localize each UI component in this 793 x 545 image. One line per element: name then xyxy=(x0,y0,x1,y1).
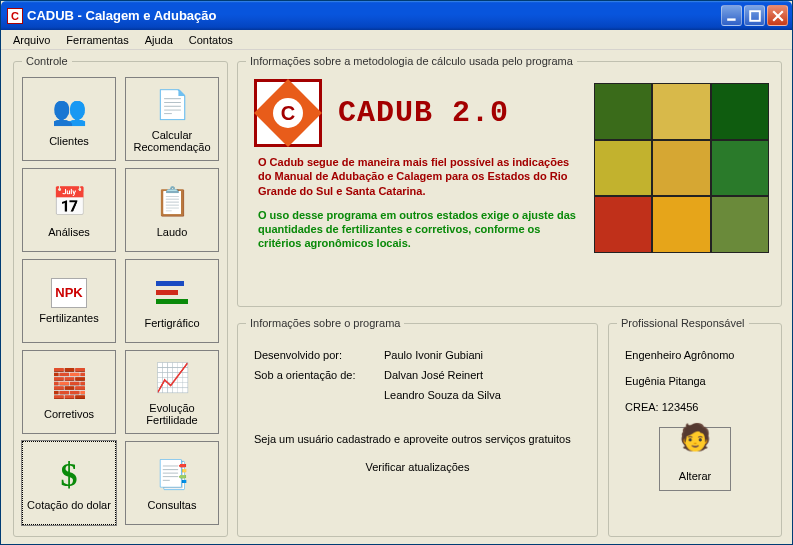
clientes-icon: 👥 xyxy=(49,91,89,131)
menu-ajuda[interactable]: Ajuda xyxy=(137,32,181,48)
titlebar: C CADUB - Calagem e Adubação xyxy=(1,1,792,30)
metodologia-legend: Informações sobre a metodologia de cálcu… xyxy=(246,55,577,67)
orient-value-2: Leandro Souza da Silva xyxy=(384,389,589,401)
alterar-label: Alterar xyxy=(679,470,711,482)
evolucao-fertilidade-button[interactable]: 📈Evolução Fertilidade xyxy=(125,350,219,434)
analises-button[interactable]: 📅Análises xyxy=(22,168,116,252)
profissional-group: Profissional Responsável Engenheiro Agrô… xyxy=(608,317,782,537)
corretivos-button[interactable]: 🧱Corretivos xyxy=(22,350,116,434)
photo-tile xyxy=(711,196,769,253)
profissional-legend: Profissional Responsável xyxy=(617,317,749,329)
photo-grid xyxy=(594,83,769,253)
verificar-atualizacoes-link[interactable]: Verificar atualizações xyxy=(246,461,589,473)
fertigrafico-icon xyxy=(152,273,192,313)
analises-button-label: Análises xyxy=(48,226,90,238)
fertilizantes-icon: NPK xyxy=(51,278,87,308)
calcular-recomendacao-button-label: Calcular Recomendação xyxy=(128,129,216,153)
menubar: Arquivo Ferramentas Ajuda Contatos xyxy=(1,30,792,50)
photo-tile xyxy=(594,83,652,140)
laudo-button-label: Laudo xyxy=(157,226,188,238)
consultas-icon: 📑 xyxy=(152,455,192,495)
orient-label: Sob a orientação de: xyxy=(254,369,384,401)
clientes-button-label: Clientes xyxy=(49,135,89,147)
photo-tile xyxy=(594,196,652,253)
cadub-brand-title: CADUB 2.0 xyxy=(338,96,509,130)
app-window: C CADUB - Calagem e Adubação Arquivo Fer… xyxy=(0,0,793,545)
clientes-button[interactable]: 👥Clientes xyxy=(22,77,116,161)
metodologia-paragraph-1: O Cadub segue de maneira mais fiel possí… xyxy=(258,155,580,198)
photo-tile xyxy=(711,140,769,197)
svg-rect-1 xyxy=(750,11,760,21)
window-title: CADUB - Calagem e Adubação xyxy=(27,8,721,23)
cotacao-dolar-button[interactable]: $Cotação do dolar xyxy=(22,441,116,525)
dev-label: Desenvolvido por: xyxy=(254,349,384,361)
evolucao-fertilidade-icon: 📈 xyxy=(152,358,192,398)
calcular-recomendacao-button[interactable]: 📄Calcular Recomendação xyxy=(125,77,219,161)
profissional-name: Eugênia Pitanga xyxy=(625,375,765,387)
minimize-button[interactable] xyxy=(721,5,742,26)
maximize-button[interactable] xyxy=(744,5,765,26)
cotacao-dolar-icon: $ xyxy=(49,455,89,495)
programa-footer-text: Seja um usuário cadastrado e aproveite o… xyxy=(254,433,589,445)
fertigrafico-button-label: Fertigráfico xyxy=(144,317,199,329)
app-icon: C xyxy=(7,8,23,24)
controle-group: Controle 👥Clientes📄Calcular Recomendação… xyxy=(13,55,228,537)
corretivos-button-label: Corretivos xyxy=(44,408,94,420)
controle-legend: Controle xyxy=(22,55,72,67)
photo-tile xyxy=(652,140,710,197)
cadub-logo-icon: C xyxy=(254,79,322,147)
metodologia-group: Informações sobre a metodologia de cálcu… xyxy=(237,55,782,307)
menu-ferramentas[interactable]: Ferramentas xyxy=(58,32,136,48)
photo-tile xyxy=(652,196,710,253)
laudo-icon: 📋 xyxy=(152,182,192,222)
menu-contatos[interactable]: Contatos xyxy=(181,32,241,48)
orient-value-1: Dalvan José Reinert xyxy=(384,369,589,381)
cotacao-dolar-button-label: Cotação do dolar xyxy=(27,499,111,511)
photo-tile xyxy=(711,83,769,140)
person-icon: 🧑 xyxy=(679,422,711,453)
close-button[interactable] xyxy=(767,5,788,26)
analises-icon: 📅 xyxy=(49,182,89,222)
programa-legend: Informações sobre o programa xyxy=(246,317,404,329)
photo-tile xyxy=(594,140,652,197)
consultas-button[interactable]: 📑Consultas xyxy=(125,441,219,525)
fertilizantes-button-label: Fertilizantes xyxy=(39,312,98,324)
profissional-crea: CREA: 123456 xyxy=(625,401,765,413)
evolucao-fertilidade-button-label: Evolução Fertilidade xyxy=(128,402,216,426)
programa-group: Informações sobre o programa Desenvolvid… xyxy=(237,317,598,537)
calcular-recomendacao-icon: 📄 xyxy=(152,85,192,125)
consultas-button-label: Consultas xyxy=(148,499,197,511)
profissional-role: Engenheiro Agrônomo xyxy=(625,349,765,361)
metodologia-paragraph-2: O uso desse programa em outros estados e… xyxy=(258,208,580,251)
svg-rect-0 xyxy=(727,18,735,20)
fertigrafico-button[interactable]: Fertigráfico xyxy=(125,259,219,343)
alterar-button[interactable]: 🧑 Alterar xyxy=(659,427,731,491)
menu-arquivo[interactable]: Arquivo xyxy=(5,32,58,48)
fertilizantes-button[interactable]: NPKFertilizantes xyxy=(22,259,116,343)
corretivos-icon: 🧱 xyxy=(49,364,89,404)
dev-value: Paulo Ivonir Gubiani xyxy=(384,349,589,361)
photo-tile xyxy=(652,83,710,140)
laudo-button[interactable]: 📋Laudo xyxy=(125,168,219,252)
